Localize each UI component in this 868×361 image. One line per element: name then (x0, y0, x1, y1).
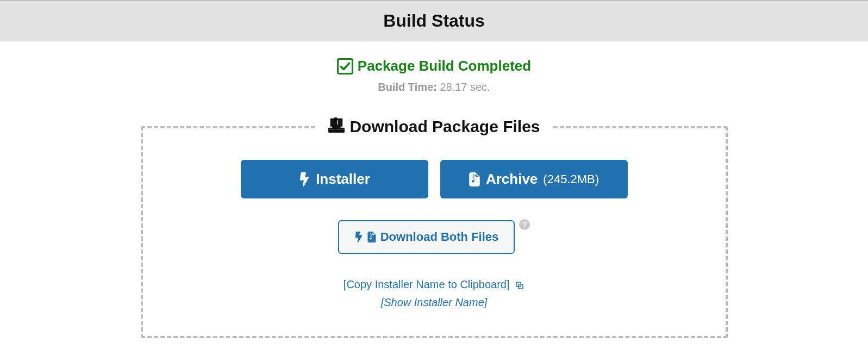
file-archive-icon (469, 172, 480, 186)
download-panel: Download Package Files Installer Archive… (141, 126, 728, 338)
status-row: Package Build Completed (0, 58, 868, 74)
download-panel-title-text: Download Package Files (349, 117, 540, 136)
archive-button-label: Archive (486, 171, 538, 188)
archive-button[interactable]: Archive (245.2MB) (440, 160, 628, 198)
download-both-button[interactable]: Download Both Files (338, 220, 515, 254)
archive-size: (245.2MB) (543, 172, 599, 186)
download-both-label: Download Both Files (380, 230, 499, 244)
download-panel-title: Download Package Files (315, 116, 553, 136)
page-header: Build Status (0, 0, 868, 41)
copy-installer-name-link[interactable]: [Copy Installer Name to Clipboard] (344, 278, 524, 290)
build-time-value: 28.17 sec. (440, 81, 490, 93)
show-installer-name-link[interactable]: [Show Installer Name] (159, 296, 709, 309)
build-time: Build Time: 28.17 sec. (0, 81, 868, 94)
page-title: Build Status (0, 11, 868, 31)
bolt-icon (354, 232, 363, 242)
bolt-icon (298, 172, 310, 186)
check-success-icon (337, 58, 353, 74)
download-buttons-row: Installer Archive (245.2MB) (159, 160, 709, 198)
build-time-label: Build Time: (378, 81, 437, 93)
copy-icon (515, 281, 524, 290)
links-row: [Copy Installer Name to Clipboard] [Show… (159, 278, 709, 309)
installer-button[interactable]: Installer (241, 160, 428, 198)
status-message: Package Build Completed (358, 58, 531, 74)
download-both-wrap: Download Both Files ? (338, 198, 530, 254)
download-icon (328, 116, 344, 136)
copy-link-text: [Copy Installer Name to Clipboard] (344, 278, 510, 290)
help-icon[interactable]: ? (519, 219, 530, 230)
file-archive-icon (367, 232, 376, 242)
installer-button-label: Installer (316, 171, 370, 188)
